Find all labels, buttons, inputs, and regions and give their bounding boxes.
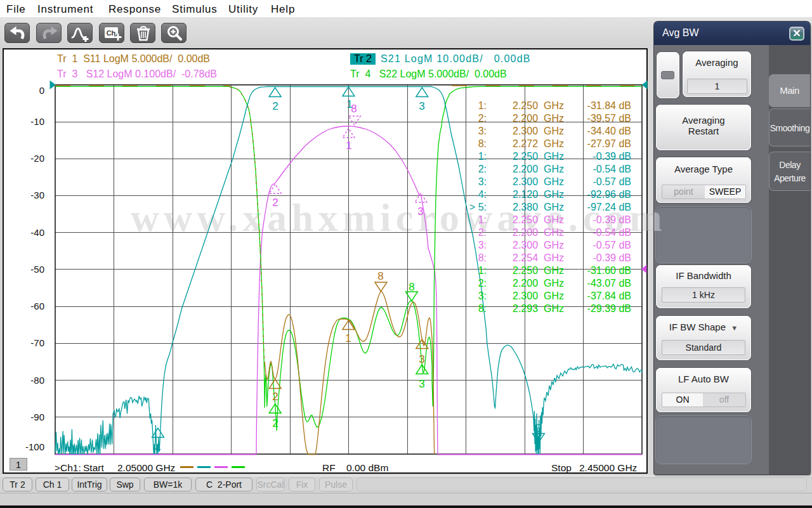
svg-text:Ch: Ch xyxy=(107,29,116,37)
